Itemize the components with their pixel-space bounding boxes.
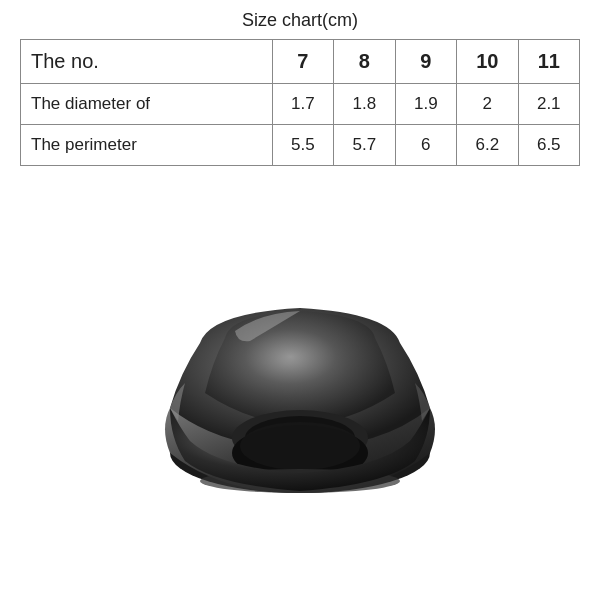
cell-1-4: 6.5 — [518, 125, 579, 166]
cell-1-3: 6.2 — [457, 125, 518, 166]
row-label-header: The no. — [21, 40, 273, 84]
cell-0-1: 1.8 — [334, 84, 395, 125]
cell-0-3: 2 — [457, 84, 518, 125]
main-container: Size chart(cm) The no. 7 8 9 10 11 The d… — [0, 0, 600, 600]
ring-illustration — [140, 253, 460, 513]
cell-0-4: 2.1 — [518, 84, 579, 125]
ring-image-container — [20, 176, 580, 590]
row-label-1: The perimeter — [21, 125, 273, 166]
row-label-0: The diameter of — [21, 84, 273, 125]
cell-1-0: 5.5 — [272, 125, 333, 166]
cell-1-2: 6 — [395, 125, 456, 166]
table-header-row: The no. 7 8 9 10 11 — [21, 40, 580, 84]
cell-1-1: 5.7 — [334, 125, 395, 166]
table-row: The perimeter5.55.766.26.5 — [21, 125, 580, 166]
col-header-9: 9 — [395, 40, 456, 84]
cell-0-0: 1.7 — [272, 84, 333, 125]
col-header-8: 8 — [334, 40, 395, 84]
col-header-11: 11 — [518, 40, 579, 84]
cell-0-2: 1.9 — [395, 84, 456, 125]
col-header-7: 7 — [272, 40, 333, 84]
table-row: The diameter of1.71.81.922.1 — [21, 84, 580, 125]
svg-point-4 — [240, 422, 360, 470]
col-header-10: 10 — [457, 40, 518, 84]
size-chart-table: The no. 7 8 9 10 11 The diameter of1.71.… — [20, 39, 580, 166]
chart-title: Size chart(cm) — [242, 10, 358, 31]
